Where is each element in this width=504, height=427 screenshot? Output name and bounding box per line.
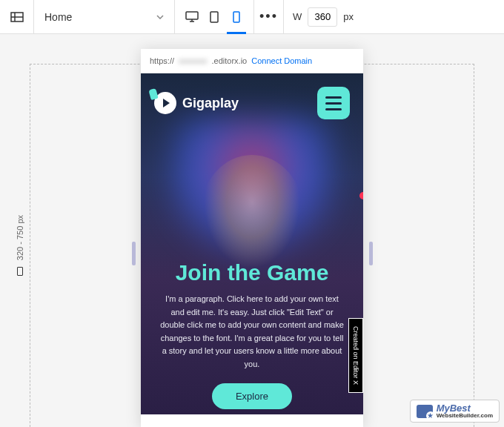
tablet-device-button[interactable]: [203, 0, 225, 34]
mobile-icon: [233, 11, 240, 23]
mobile-preview-frame: https:// xxxxxxx .editorx.io Connect Dom…: [141, 49, 363, 427]
brand-name: Gigaplay: [182, 96, 239, 111]
tablet-icon: [210, 11, 219, 23]
play-logo-icon: [154, 92, 176, 114]
svg-rect-6: [210, 12, 218, 22]
section-indicator-dot[interactable]: [359, 192, 363, 199]
watermark-line2: WebsiteBuilder.com: [437, 413, 493, 419]
url-suffix: .editorx.io: [212, 56, 248, 65]
hamburger-line-icon: [325, 96, 342, 99]
preview-header: Gigaplay: [154, 87, 350, 119]
url-prefix: https://: [150, 56, 174, 65]
desktop-icon: [185, 11, 199, 22]
width-control: W px: [284, 7, 362, 27]
resize-handle-right[interactable]: [369, 242, 373, 265]
width-input[interactable]: [308, 7, 337, 27]
more-devices-button[interactable]: •••: [254, 0, 284, 34]
ruler-device-icon: [17, 267, 23, 276]
site-logo[interactable]: Gigaplay: [154, 92, 239, 114]
device-switcher: [175, 0, 254, 34]
vertical-ruler: 320 - 750 px: [15, 79, 25, 412]
svg-rect-7: [233, 12, 239, 22]
url-blurred: xxxxxxx: [179, 56, 208, 65]
top-toolbar: Home ••• W px: [0, 0, 504, 34]
explore-button[interactable]: Explore: [212, 383, 292, 409]
width-label: W: [293, 11, 302, 22]
hero-title[interactable]: Join the Game: [176, 260, 329, 285]
chevron-down-icon: [156, 15, 164, 19]
preview-url-bar: https:// xxxxxxx .editorx.io Connect Dom…: [141, 49, 363, 73]
watermark-badge: MyBest WebsiteBuilder.com: [410, 400, 500, 423]
site-preview[interactable]: Gigaplay Join the Game I'm a paragraph. …: [141, 73, 363, 414]
page-selector[interactable]: Home: [34, 0, 175, 34]
ruler-range-label: 320 - 750 px: [16, 215, 24, 260]
page-selector-label: Home: [44, 11, 72, 23]
editor-canvas: 320 - 750 px https:// xxxxxxx .editorx.i…: [0, 34, 504, 427]
hamburger-line-icon: [325, 102, 342, 105]
width-unit: px: [343, 11, 354, 22]
panels-icon[interactable]: [0, 0, 34, 34]
mobile-device-button[interactable]: [225, 0, 248, 34]
connect-domain-link[interactable]: Connect Domain: [251, 56, 312, 65]
editorx-badge[interactable]: Created on Editor X: [348, 318, 363, 393]
resize-handle-left[interactable]: [132, 242, 136, 265]
hamburger-line-icon: [325, 108, 342, 110]
watermark-logo-icon: [417, 405, 433, 418]
desktop-device-button[interactable]: [181, 0, 203, 34]
hero-paragraph[interactable]: I'm a paragraph. Click here to add your …: [154, 293, 350, 371]
hamburger-menu-button[interactable]: [317, 87, 350, 119]
svg-rect-3: [186, 12, 198, 19]
